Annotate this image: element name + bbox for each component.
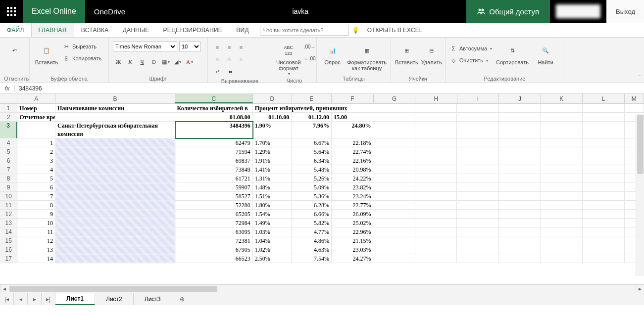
cell[interactable]: [373, 227, 415, 236]
cell[interactable]: 1.48%: [253, 183, 292, 192]
dec-decimal-button[interactable]: ←.00: [304, 53, 316, 63]
cell[interactable]: [499, 113, 541, 122]
col-header-M[interactable]: M: [625, 94, 644, 103]
align-middle-button[interactable]: ≡: [224, 42, 235, 52]
add-sheet-button[interactable]: ⊕: [172, 293, 192, 305]
breadcrumb-location[interactable]: OneDrive: [85, 7, 134, 16]
select-all-corner[interactable]: [0, 94, 17, 103]
row-header[interactable]: 5: [0, 147, 17, 156]
cell[interactable]: [625, 104, 644, 113]
cell[interactable]: [55, 254, 175, 263]
cell[interactable]: 61721: [175, 174, 253, 183]
cell[interactable]: [541, 245, 583, 254]
cell[interactable]: [55, 245, 175, 254]
cell[interactable]: 1: [17, 138, 55, 147]
cell[interactable]: [541, 104, 583, 113]
cell[interactable]: [55, 113, 175, 122]
cell[interactable]: [415, 219, 457, 227]
cell[interactable]: 6: [17, 183, 55, 192]
cell[interactable]: 6.34%: [292, 156, 332, 165]
cell[interactable]: [541, 138, 583, 147]
row-header[interactable]: 10: [0, 192, 17, 201]
cell[interactable]: [541, 156, 583, 165]
cell[interactable]: [499, 201, 541, 210]
cell[interactable]: [541, 192, 583, 201]
cell[interactable]: [457, 201, 499, 210]
row-header[interactable]: 9: [0, 183, 17, 192]
col-header-J[interactable]: J: [499, 94, 541, 103]
sheet-tab-3[interactable]: Лист3: [134, 293, 172, 305]
cell[interactable]: 1.03%: [253, 227, 292, 236]
cell[interactable]: [415, 113, 457, 122]
cell[interactable]: [55, 227, 175, 236]
cell[interactable]: Санкт-Петербургская избирательная комисс…: [55, 122, 175, 138]
row-header[interactable]: 12: [0, 210, 17, 219]
cell[interactable]: 6.66%: [292, 210, 332, 219]
cell[interactable]: [55, 165, 175, 174]
col-header-B[interactable]: B: [55, 94, 175, 103]
cell[interactable]: [541, 183, 583, 192]
row-header[interactable]: 6: [0, 156, 17, 165]
italic-button[interactable]: К: [125, 56, 136, 67]
cell[interactable]: 4.77%: [292, 227, 332, 236]
cell[interactable]: [373, 138, 415, 147]
cell[interactable]: [55, 210, 175, 219]
cell[interactable]: [415, 156, 457, 165]
cell[interactable]: [55, 183, 175, 192]
cell[interactable]: 72381: [175, 236, 253, 245]
bold-button[interactable]: Ж: [113, 56, 124, 67]
cell[interactable]: [373, 201, 415, 210]
cell[interactable]: 5.26%: [292, 174, 332, 183]
cell[interactable]: 5: [17, 174, 55, 183]
fill-color-button[interactable]: ◢▾: [172, 56, 183, 67]
cell[interactable]: [583, 147, 625, 156]
cell[interactable]: [583, 219, 625, 227]
cell[interactable]: 22.18%: [332, 138, 374, 147]
cell[interactable]: [499, 219, 541, 227]
cell[interactable]: 1.41%: [253, 165, 292, 174]
cell[interactable]: [415, 174, 457, 183]
wrap-text-button[interactable]: ↵: [212, 66, 223, 77]
cell[interactable]: [583, 165, 625, 174]
cell[interactable]: 14: [17, 254, 55, 263]
number-format-button[interactable]: ABC123 Числовой формат ▾: [276, 40, 301, 77]
cell[interactable]: [457, 113, 499, 122]
sheet-nav-last[interactable]: ▸|: [42, 293, 55, 305]
cell[interactable]: [415, 227, 457, 236]
cell[interactable]: [583, 122, 625, 138]
cell[interactable]: [55, 192, 175, 201]
cell[interactable]: [415, 192, 457, 201]
align-top-button[interactable]: ≡: [212, 42, 223, 52]
cell[interactable]: [55, 201, 175, 210]
cell[interactable]: [457, 219, 499, 227]
cell[interactable]: 24.22%: [332, 174, 374, 183]
cell[interactable]: [499, 210, 541, 219]
cell[interactable]: [583, 138, 625, 147]
v-scroll-thumb[interactable]: [637, 115, 644, 174]
cell[interactable]: [541, 210, 583, 219]
cell[interactable]: 22.74%: [332, 147, 374, 156]
align-center-button[interactable]: ≡: [224, 53, 235, 64]
cell[interactable]: [55, 138, 175, 147]
cell[interactable]: [457, 183, 499, 192]
cell[interactable]: 1.91%: [253, 156, 292, 165]
cell[interactable]: 2.50%: [253, 254, 292, 263]
cell[interactable]: 7: [17, 192, 55, 201]
grid-rows[interactable]: 1НомерНаименование комиссииКоличество из…: [0, 104, 644, 284]
cell[interactable]: 71594: [175, 147, 253, 156]
cell[interactable]: 52280: [175, 201, 253, 210]
cell[interactable]: 73849: [175, 165, 253, 174]
cell[interactable]: [373, 113, 415, 122]
cell[interactable]: [415, 201, 457, 210]
cell[interactable]: [583, 156, 625, 165]
cell[interactable]: [499, 122, 541, 138]
scroll-left-button[interactable]: ◂: [0, 285, 8, 293]
cell[interactable]: [541, 236, 583, 245]
cell[interactable]: [415, 165, 457, 174]
cell[interactable]: [583, 174, 625, 183]
format-as-table-button[interactable]: ▦Форматировать как таблицу: [347, 40, 387, 71]
cell[interactable]: [583, 192, 625, 201]
sheet-nav-first[interactable]: |◂: [0, 293, 14, 305]
row-header[interactable]: 2: [0, 113, 17, 122]
share-button[interactable]: Общий доступ: [466, 0, 550, 23]
